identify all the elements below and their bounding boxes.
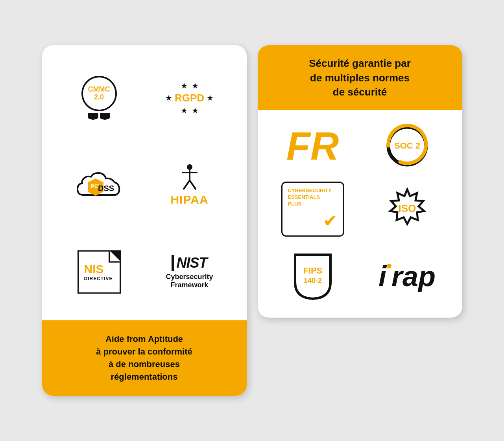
- svg-line-7: [190, 180, 196, 189]
- pci-dss-badge: PCI DSS: [58, 167, 140, 203]
- nis-directive-badge: NIS DIRECTIVE: [58, 250, 140, 294]
- svg-text:SOC 2: SOC 2: [394, 141, 420, 151]
- svg-point-3: [187, 164, 192, 170]
- right-card: Sécurité garantie parde multiples normes…: [258, 45, 462, 318]
- rgpd-badge: ★★ ★ RGPD ★ ★★: [148, 81, 231, 115]
- left-card: CMMC2.0 ★★ ★ RGPD ★: [42, 45, 247, 396]
- svg-text:FIPS: FIPS: [303, 266, 322, 276]
- svg-text:140-2: 140-2: [303, 277, 321, 285]
- irap-logo: i rap: [364, 262, 450, 290]
- cmmc-badge: CMMC2.0: [58, 76, 140, 120]
- svg-line-6: [183, 180, 190, 189]
- right-header-banner: Sécurité garantie parde multiples normes…: [258, 45, 462, 110]
- fr-logo: FR: [270, 126, 356, 165]
- iso-badge: ISO: [364, 187, 450, 231]
- cards-container: CMMC2.0 ★★ ★ RGPD ★: [42, 45, 462, 396]
- right-icons-section: FR SOC 2 CYBERSECURITYESSENTIALSPLUS: [258, 110, 462, 318]
- soc2-badge: SOC 2: [364, 124, 450, 167]
- left-footer-text: Aide from Aptitudeà prouver la conformit…: [56, 333, 233, 383]
- right-header-text: Sécurité garantie parde multiples normes…: [272, 56, 448, 99]
- hipaa-badge: HIPAA: [148, 164, 231, 206]
- fips-badge: FIPS 140-2: [270, 251, 356, 302]
- nist-badge: NIST CybersecurityFramework: [148, 255, 231, 289]
- svg-text:ISO: ISO: [398, 202, 416, 214]
- left-icons-section: CMMC2.0 ★★ ★ RGPD ★: [42, 45, 247, 320]
- svg-text:DSS: DSS: [98, 184, 114, 193]
- left-footer-banner: Aide from Aptitudeà prouver la conformit…: [42, 320, 247, 396]
- cybersecurity-essentials-badge: CYBERSECURITYESSENTIALSPLUS ✔: [270, 182, 356, 237]
